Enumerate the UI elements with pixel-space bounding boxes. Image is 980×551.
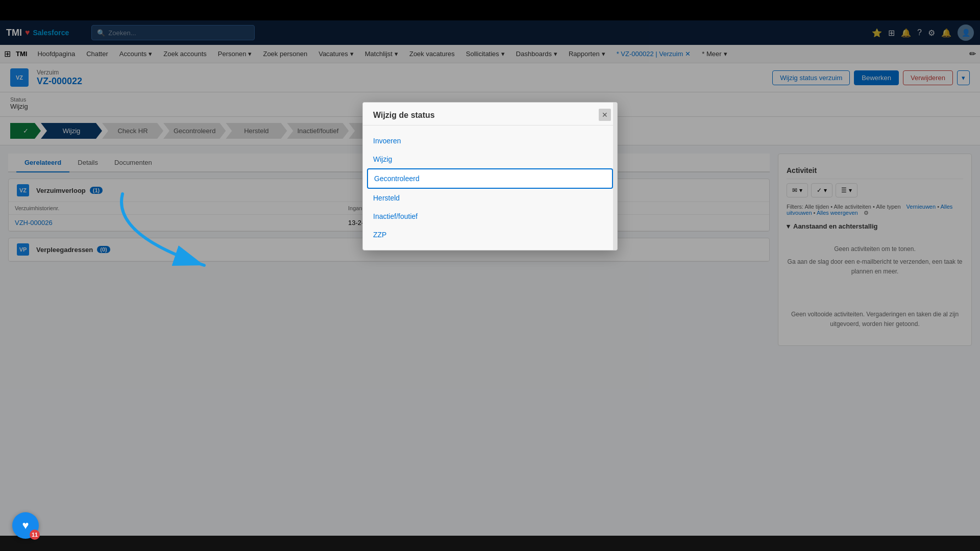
trailhead-count: 11	[30, 530, 40, 540]
modal-close-button[interactable]: ✕	[599, 109, 611, 121]
modal-scrollbar[interactable]	[613, 103, 617, 250]
modal-option-invoeren[interactable]: Invoeren	[363, 132, 617, 150]
modal-option-hersteld[interactable]: Hersteld	[363, 189, 617, 207]
modal-title: Wijzig de status	[363, 103, 617, 126]
status-modal: Wijzig de status ✕ Invoeren Wijzig Gecon…	[362, 102, 618, 251]
modal-option-gecontroleerd[interactable]: Gecontroleerd	[367, 168, 613, 189]
modal-overlay: Wijzig de status ✕ Invoeren Wijzig Gecon…	[0, 0, 980, 551]
modal-body: Invoeren Wijzig Gecontroleerd Hersteld I…	[363, 126, 617, 250]
trailhead-badge[interactable]: ♥ 11	[12, 512, 39, 539]
modal-option-wijzig[interactable]: Wijzig	[363, 150, 617, 168]
modal-option-inactief[interactable]: Inactief/foutief	[363, 207, 617, 226]
modal-option-zzp[interactable]: ZZP	[363, 226, 617, 244]
